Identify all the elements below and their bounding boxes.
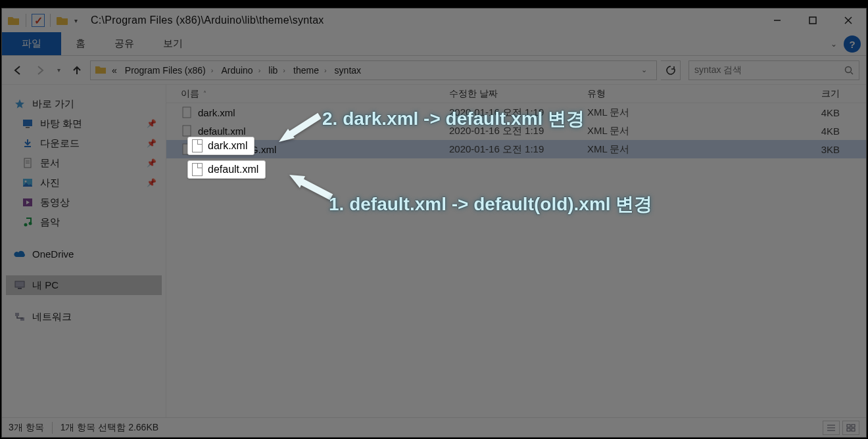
annotation-text: 1. default.xml -> default(old).xml 변경: [329, 192, 652, 217]
search-icon: [844, 66, 854, 75]
sidebar: 바로 가기 바탕 화면📌 다운로드📌 문서📌 사진📌 동영상 음악 OneDri…: [2, 85, 166, 417]
up-button[interactable]: [68, 61, 86, 80]
titlebar: ✓ ▾ C:\Program Files (x86)\Arduino\lib\t…: [2, 9, 866, 32]
desktop-icon: [22, 118, 34, 129]
sidebar-thispc[interactable]: 내 PC: [6, 275, 162, 295]
search-placeholder: syntax 검색: [694, 64, 844, 76]
document-icon: [22, 157, 34, 169]
maximize-button[interactable]: [795, 9, 831, 32]
svg-rect-8: [24, 146, 31, 147]
back-button[interactable]: [9, 61, 27, 80]
svg-rect-22: [183, 126, 191, 136]
file-icon: [192, 139, 203, 152]
file-chip-dark: dark.xml: [187, 137, 254, 155]
sort-asc-icon: ˄: [203, 90, 206, 97]
arrow-icon: [275, 112, 321, 146]
network-icon: [14, 311, 26, 323]
video-icon: [22, 196, 34, 208]
breadcrumb[interactable]: syntax: [332, 64, 364, 77]
svg-rect-7: [26, 127, 30, 128]
folder-icon: [95, 64, 107, 76]
refresh-button[interactable]: [661, 60, 681, 80]
svg-point-13: [25, 181, 27, 183]
minimize-button[interactable]: [760, 9, 795, 32]
sidebar-item-desktop[interactable]: 바탕 화면📌: [6, 114, 162, 133]
arrow-icon: [284, 170, 334, 204]
view-icons-button[interactable]: [842, 421, 859, 435]
pin-icon: 📌: [147, 158, 157, 168]
file-icon: [181, 125, 193, 137]
svg-rect-28: [852, 425, 855, 427]
music-icon: [22, 216, 34, 228]
sidebar-item-videos[interactable]: 동영상: [6, 193, 162, 212]
svg-rect-18: [18, 288, 22, 289]
svg-rect-1: [809, 17, 816, 24]
status-selection: 1개 항목 선택함 2.66KB: [60, 422, 158, 434]
svg-rect-21: [183, 107, 191, 118]
sidebar-onedrive[interactable]: OneDrive: [6, 244, 162, 264]
sidebar-item-downloads[interactable]: 다운로드📌: [6, 133, 162, 153]
svg-rect-30: [852, 428, 855, 431]
picture-icon: [22, 177, 34, 189]
svg-rect-19: [15, 313, 19, 316]
pin-icon: 📌: [147, 139, 157, 148]
svg-rect-17: [15, 281, 24, 287]
sidebar-item-documents[interactable]: 문서📌: [6, 153, 162, 173]
collapse-ribbon-icon[interactable]: ⌄: [824, 32, 844, 55]
status-bar: 3개 항목 1개 항목 선택함 2.66KB: [2, 417, 866, 437]
svg-point-16: [29, 222, 32, 225]
close-button[interactable]: [831, 9, 866, 32]
star-icon: [14, 98, 26, 110]
tab-home[interactable]: 홈: [61, 32, 100, 55]
breadcrumb[interactable]: lib›: [266, 64, 288, 77]
svg-rect-27: [847, 425, 850, 427]
address-dropdown-icon[interactable]: ⌄: [636, 66, 652, 74]
breadcrumb[interactable]: Program Files (x86)›: [122, 64, 216, 77]
svg-rect-29: [847, 428, 850, 431]
breadcrumb[interactable]: Arduino›: [218, 64, 263, 77]
sidebar-network[interactable]: 네트워크: [6, 307, 162, 327]
file-row[interactable]: default_ORIG.xml 2020-01-16 오전 1:19 XML …: [166, 140, 866, 158]
folder-icon: [56, 14, 69, 27]
sidebar-item-music[interactable]: 음악: [6, 212, 162, 232]
svg-point-4: [846, 66, 852, 72]
ribbon: 파일 홈 공유 보기 ⌄ ?: [2, 32, 866, 56]
breadcrumb[interactable]: «: [109, 64, 120, 77]
file-list: 이름˄ 수정한 날짜 유형 크기 dark.xml 2020-01-16 오전 …: [166, 85, 866, 417]
pin-icon: 📌: [147, 119, 157, 128]
pc-icon: [14, 279, 26, 291]
pin-icon: 📌: [147, 178, 157, 187]
tab-view[interactable]: 보기: [149, 32, 197, 55]
qat-dropdown-icon[interactable]: ▾: [70, 17, 82, 24]
svg-rect-6: [23, 120, 32, 126]
tab-share[interactable]: 공유: [100, 32, 149, 55]
breadcrumb[interactable]: theme›: [291, 64, 329, 77]
file-icon: [181, 106, 193, 118]
view-details-button[interactable]: [823, 421, 840, 435]
search-input[interactable]: syntax 검색: [688, 60, 859, 80]
download-icon: [22, 137, 34, 149]
sidebar-quick-access[interactable]: 바로 가기: [6, 94, 162, 114]
recent-dropdown-icon[interactable]: ▾: [53, 61, 64, 80]
file-chip-default: default.xml: [187, 160, 266, 179]
address-bar[interactable]: « Program Files (x86)› Arduino› lib› the…: [90, 60, 657, 80]
status-count: 3개 항목: [9, 422, 44, 434]
navbar: ▾ « Program Files (x86)› Arduino› lib› t…: [2, 56, 866, 85]
file-icon: [192, 163, 203, 176]
properties-icon[interactable]: ✓: [32, 14, 45, 27]
window-title: C:\Program Files (x86)\Arduino\lib\theme…: [91, 14, 324, 26]
tab-file[interactable]: 파일: [2, 32, 61, 55]
sidebar-item-pictures[interactable]: 사진📌: [6, 173, 162, 193]
column-headers[interactable]: 이름˄ 수정한 날짜 유형 크기: [166, 85, 866, 103]
annotation-text: 2. dark.xml -> default.xml 변경: [322, 106, 585, 131]
svg-point-15: [24, 223, 28, 227]
folder-icon: [7, 14, 20, 27]
quick-access-toolbar: ✓ ▾: [7, 14, 82, 27]
svg-line-5: [851, 72, 853, 74]
help-icon[interactable]: ?: [844, 35, 861, 53]
forward-button[interactable]: [31, 61, 49, 80]
explorer-window: ✓ ▾ C:\Program Files (x86)\Arduino\lib\t…: [1, 8, 867, 438]
cloud-icon: [14, 248, 26, 260]
